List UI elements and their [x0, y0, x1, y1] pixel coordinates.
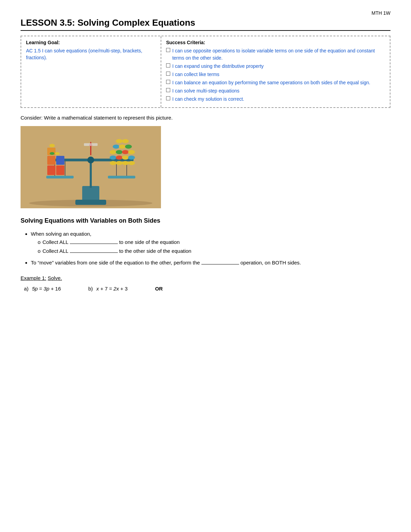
svg-point-24: [128, 161, 135, 165]
blank-operation: [201, 259, 239, 264]
svg-rect-13: [47, 165, 55, 175]
scale-image: [21, 126, 161, 208]
equation-b: b) x + 7 = 2x + 3: [88, 286, 128, 292]
example-section: Example 1: Solve. a) 5p = 3p + 16 b) x +…: [21, 275, 390, 292]
eq-a-math: 5p: [32, 286, 38, 292]
consider-text: Consider: Write a mathematical statement…: [21, 115, 390, 121]
svg-rect-3: [75, 200, 106, 205]
bullet-item-2: To “move” variables from one side of the…: [31, 259, 390, 267]
svg-rect-16: [56, 156, 64, 165]
checkbox-icon: [166, 96, 170, 100]
learning-goal-section: Learning Goal: AC 1.5 I can solve equati…: [21, 36, 161, 107]
svg-point-26: [116, 156, 123, 160]
svg-point-35: [125, 145, 132, 149]
svg-point-20: [50, 152, 54, 155]
list-item: I can expand using the distributive prop…: [166, 63, 385, 70]
eq-a-label: a): [24, 286, 28, 292]
solving-section-heading: Solving Equations with Variables on Both…: [21, 217, 390, 224]
sub-item-2: Collect ALL to the other side of the equ…: [38, 247, 390, 255]
checkbox-icon: [166, 63, 170, 67]
svg-point-28: [128, 156, 135, 160]
svg-rect-4: [90, 160, 92, 188]
blank-variables: [70, 238, 118, 244]
equation-a: a) 5p = 3p + 16: [24, 286, 61, 292]
bullet-item-1: When solving an equation, Collect ALL to…: [31, 230, 390, 255]
list-item: I can balance an equation by performing …: [166, 79, 385, 86]
svg-point-31: [122, 150, 129, 154]
success-criteria-list: I can use opposite operations to isolate…: [166, 47, 385, 103]
svg-rect-40: [84, 143, 98, 146]
scale-svg: [21, 126, 161, 208]
svg-rect-14: [56, 165, 64, 175]
lesson-title: LESSON 3.5: Solving Complex Equations: [21, 17, 390, 31]
sub-item-1: Collect ALL to one side of the equation: [38, 238, 390, 246]
learning-goal-text: AC 1.5 I can solve equations (one/multi-…: [26, 47, 156, 61]
svg-point-37: [122, 139, 129, 143]
svg-point-36: [116, 139, 123, 143]
svg-point-33: [113, 145, 120, 149]
eq-b-label: b): [88, 286, 93, 292]
example-label: Example 1: Solve.: [21, 275, 390, 281]
course-code: MTH 1W: [21, 10, 390, 16]
svg-point-29: [110, 150, 116, 154]
svg-point-18: [49, 144, 55, 147]
svg-point-25: [110, 156, 116, 160]
svg-rect-12: [108, 176, 135, 178]
eq-b-math: x: [96, 286, 99, 292]
header-box: Learning Goal: AC 1.5 I can solve equati…: [21, 36, 390, 108]
learning-goal-label: Learning Goal:: [26, 40, 156, 45]
bullet-section: When solving an equation, Collect ALL to…: [21, 230, 390, 267]
checkbox-icon: [166, 72, 170, 76]
svg-point-6: [87, 157, 94, 163]
svg-point-27: [122, 156, 129, 160]
checkbox-icon: [166, 88, 170, 92]
or-label: OR: [155, 286, 163, 292]
success-criteria-section: Success Criteria: I can use opposite ope…: [161, 36, 390, 107]
svg-rect-2: [82, 186, 99, 201]
list-item: I can collect like terms: [166, 71, 385, 78]
checkbox-icon: [166, 48, 170, 52]
svg-point-19: [55, 152, 60, 155]
svg-rect-11: [46, 176, 74, 178]
list-item: I can check my solution is correct.: [166, 96, 385, 103]
svg-rect-15: [47, 156, 55, 165]
svg-point-23: [122, 161, 129, 165]
svg-point-34: [119, 145, 126, 149]
svg-point-32: [128, 150, 135, 154]
svg-point-30: [116, 150, 123, 154]
equations-row: a) 5p = 3p + 16 b) x + 7 = 2x + 3 OR: [21, 286, 390, 292]
success-criteria-label: Success Criteria:: [166, 40, 385, 45]
svg-point-22: [116, 161, 123, 165]
checkbox-icon: [166, 80, 170, 84]
list-item: I can solve multi-step equations: [166, 87, 385, 95]
svg-point-21: [110, 161, 116, 165]
example-underline: Example 1:: [21, 275, 46, 281]
blank-constants: [70, 247, 118, 253]
list-item: I can use opposite operations to isolate…: [166, 47, 385, 62]
